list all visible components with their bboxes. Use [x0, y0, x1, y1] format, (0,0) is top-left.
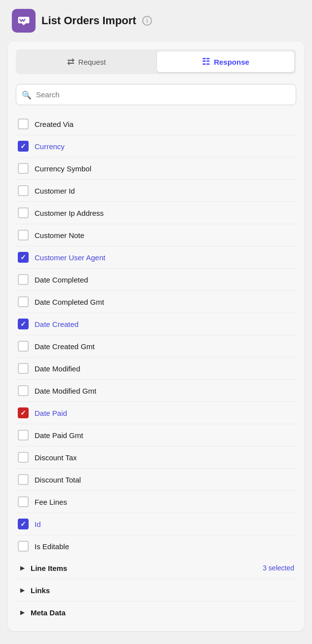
checkbox-label-fee_lines: Fee Lines — [35, 498, 67, 506]
tab-request[interactable]: ⇄ Request — [18, 51, 155, 72]
checkbox-box-customer_note[interactable] — [18, 230, 29, 241]
checkbox-box-customer_ip_address[interactable] — [18, 207, 29, 218]
request-icon: ⇄ — [67, 56, 75, 67]
checkbox-label-date_paid: Date Paid — [35, 409, 67, 417]
checkbox-item-customer_id[interactable]: Customer Id — [16, 180, 296, 202]
checkbox-item-currency[interactable]: ✓Currency — [16, 135, 296, 158]
selected-badge-line_items: 3 selected — [263, 564, 294, 572]
expandable-item-links[interactable]: ▶Links — [16, 579, 296, 602]
checkbox-item-date_paid[interactable]: ✓Date Paid — [16, 402, 296, 424]
response-icon: ☷ — [202, 56, 210, 67]
tab-request-label: Request — [78, 58, 106, 66]
checkbox-item-currency_symbol[interactable]: Currency Symbol — [16, 158, 296, 180]
checkbox-box-date_created_gmt[interactable] — [18, 341, 29, 352]
checkbox-item-created_via[interactable]: Created Via — [16, 113, 296, 135]
checkbox-label-date_created: Date Created — [35, 320, 78, 328]
checkbox-box-id[interactable]: ✓ — [18, 519, 29, 529]
checkbox-item-customer_note[interactable]: Customer Note — [16, 224, 296, 246]
checkbox-label-is_editable: Is Editable — [35, 542, 69, 551]
checkbox-label-date_created_gmt: Date Created Gmt — [35, 342, 95, 351]
woo-logo — [12, 9, 36, 33]
checkbox-label-discount_tax: Discount Tax — [35, 453, 77, 462]
search-container: 🔍 — [16, 84, 296, 105]
search-icon: 🔍 — [22, 90, 32, 99]
checkbox-item-date_completed[interactable]: Date Completed — [16, 269, 296, 291]
search-input[interactable] — [16, 84, 296, 105]
checkbox-label-customer_user_agent: Customer User Agent — [35, 253, 105, 262]
checkbox-box-discount_tax[interactable] — [18, 452, 29, 463]
checkbox-item-date_created[interactable]: ✓Date Created — [16, 313, 296, 335]
expandable-item-meta_data[interactable]: ▶Meta Data — [16, 602, 296, 623]
checkbox-box-date_paid_gmt[interactable] — [18, 430, 29, 441]
tab-response[interactable]: ☷ Response — [157, 51, 294, 72]
checkbox-box-date_created[interactable]: ✓ — [18, 319, 29, 329]
checkbox-label-currency: Currency — [35, 142, 65, 151]
checkbox-box-customer_id[interactable] — [18, 185, 29, 196]
checkbox-item-discount_total[interactable]: Discount Total — [16, 469, 296, 491]
checkbox-box-date_paid[interactable]: ✓ — [18, 407, 29, 418]
checkbox-item-id[interactable]: ✓Id — [16, 513, 296, 535]
checkbox-box-discount_total[interactable] — [18, 474, 29, 485]
page-title: List Orders Import — [41, 14, 136, 27]
expandable-label-meta_data: Meta Data — [31, 608, 294, 617]
checkbox-label-customer_note: Customer Note — [35, 231, 84, 240]
arrow-icon-links: ▶ — [18, 586, 27, 595]
checkbox-box-date_completed_gmt[interactable] — [18, 296, 29, 307]
expandable-list: ▶Line Items3 selected▶Links▶Meta Data — [16, 557, 296, 623]
checkbox-item-date_completed_gmt[interactable]: Date Completed Gmt — [16, 291, 296, 313]
tab-bar: ⇄ Request ☷ Response — [16, 49, 296, 74]
checkbox-label-customer_ip_address: Customer Ip Address — [35, 209, 104, 217]
checkbox-item-date_modified_gmt[interactable]: Date Modified Gmt — [16, 380, 296, 402]
checkbox-label-date_modified_gmt: Date Modified Gmt — [35, 387, 96, 395]
checkbox-label-customer_id: Customer Id — [35, 187, 75, 195]
checkbox-item-customer_ip_address[interactable]: Customer Ip Address — [16, 202, 296, 224]
checkbox-label-date_modified: Date Modified — [35, 364, 80, 373]
checkbox-item-discount_tax[interactable]: Discount Tax — [16, 446, 296, 469]
checkbox-label-discount_total: Discount Total — [35, 476, 81, 484]
checkbox-box-created_via[interactable] — [18, 119, 29, 129]
checkbox-box-customer_user_agent[interactable]: ✓ — [18, 252, 29, 263]
checkbox-label-currency_symbol: Currency Symbol — [35, 164, 91, 173]
arrow-icon-line_items: ▶ — [18, 564, 27, 572]
checkbox-box-currency_symbol[interactable] — [18, 163, 29, 174]
checkbox-item-date_paid_gmt[interactable]: Date Paid Gmt — [16, 424, 296, 446]
checkbox-box-currency[interactable]: ✓ — [18, 141, 29, 152]
tab-response-label: Response — [214, 58, 249, 66]
expandable-item-line_items[interactable]: ▶Line Items3 selected — [16, 557, 296, 579]
checkbox-box-fee_lines[interactable] — [18, 496, 29, 507]
checkbox-box-date_modified[interactable] — [18, 363, 29, 374]
checkbox-item-date_created_gmt[interactable]: Date Created Gmt — [16, 335, 296, 358]
checkbox-item-is_editable[interactable]: Is Editable — [16, 535, 296, 557]
expandable-label-line_items: Line Items — [31, 564, 259, 572]
checkbox-label-id: Id — [35, 520, 41, 528]
checkbox-item-fee_lines[interactable]: Fee Lines — [16, 491, 296, 513]
arrow-icon-meta_data: ▶ — [18, 608, 27, 617]
checkbox-label-date_paid_gmt: Date Paid Gmt — [35, 431, 83, 440]
checkbox-box-date_completed[interactable] — [18, 274, 29, 285]
checkbox-label-created_via: Created Via — [35, 120, 74, 128]
app-header: List Orders Import i — [0, 0, 312, 41]
main-card: ⇄ Request ☷ Response 🔍 Created Via✓Curre… — [8, 41, 304, 631]
checkbox-box-date_modified_gmt[interactable] — [18, 385, 29, 396]
checkbox-label-date_completed: Date Completed — [35, 276, 88, 284]
expandable-label-links: Links — [31, 586, 294, 595]
checkbox-item-date_modified[interactable]: Date Modified — [16, 358, 296, 380]
checkbox-box-is_editable[interactable] — [18, 541, 29, 552]
info-icon[interactable]: i — [142, 16, 152, 26]
checkbox-label-date_completed_gmt: Date Completed Gmt — [35, 298, 104, 306]
checkbox-item-customer_user_agent[interactable]: ✓Customer User Agent — [16, 246, 296, 269]
checkbox-list: Created Via✓CurrencyCurrency SymbolCusto… — [16, 113, 296, 557]
